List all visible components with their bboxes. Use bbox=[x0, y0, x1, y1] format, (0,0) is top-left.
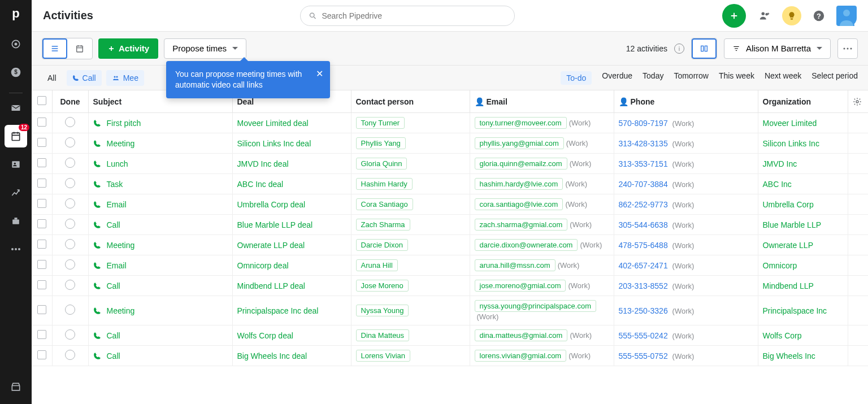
email-tag[interactable]: hashim.hardy@lvie.com bbox=[475, 178, 563, 190]
filter-chip-meeting[interactable]: Mee bbox=[106, 70, 144, 86]
phone-link[interactable]: 305-544-6638 bbox=[619, 220, 668, 229]
deal-link[interactable]: Blue Marble LLP deal bbox=[237, 220, 313, 229]
done-toggle[interactable] bbox=[65, 329, 75, 340]
subject-link[interactable]: Call bbox=[93, 281, 228, 290]
quick-add-button[interactable] bbox=[722, 4, 746, 28]
organization-link[interactable]: Ownerate LLP bbox=[763, 241, 814, 250]
done-toggle[interactable] bbox=[65, 350, 75, 360]
done-toggle[interactable] bbox=[65, 198, 75, 208]
col-email[interactable]: 👤Email bbox=[470, 90, 614, 113]
email-tag[interactable]: darcie.dixon@ownerate.com bbox=[475, 239, 578, 251]
email-tag[interactable]: cora.santiago@lvie.com bbox=[475, 198, 563, 210]
contact-tag[interactable]: Cora Santiago bbox=[356, 198, 413, 210]
organization-link[interactable]: Umbrella Corp bbox=[763, 200, 814, 209]
email-tag[interactable]: zach.sharma@gmial.com bbox=[475, 219, 568, 231]
row-checkbox[interactable] bbox=[37, 240, 46, 249]
phone-link[interactable]: 240-707-3884 bbox=[619, 180, 668, 189]
user-avatar[interactable] bbox=[836, 6, 857, 26]
tooltip-close-button[interactable]: ✕ bbox=[316, 68, 323, 80]
time-filter-thisweek[interactable]: This week bbox=[719, 71, 754, 85]
detail-panel-button[interactable] bbox=[692, 38, 717, 59]
deal-link[interactable]: Umbrella Corp deal bbox=[237, 200, 306, 209]
done-toggle[interactable] bbox=[65, 219, 75, 229]
phone-link[interactable]: 570-809-7197 bbox=[619, 119, 668, 128]
more-actions-button[interactable] bbox=[837, 38, 858, 59]
sales-assistant-icon[interactable] bbox=[782, 6, 801, 25]
col-phone[interactable]: 👤Phone bbox=[614, 90, 758, 113]
add-activity-button[interactable]: Activity bbox=[98, 38, 158, 59]
time-filter-select[interactable]: Select period bbox=[811, 71, 858, 85]
nav-insights[interactable] bbox=[5, 181, 27, 204]
contact-tag[interactable]: Zach Sharma bbox=[356, 219, 410, 231]
organization-link[interactable]: JMVD Inc bbox=[763, 159, 797, 168]
deal-link[interactable]: Ownerate LLP deal bbox=[237, 241, 305, 250]
subject-link[interactable]: Meeting bbox=[93, 139, 228, 148]
contact-tag[interactable]: Gloria Quinn bbox=[356, 158, 407, 170]
nav-contacts[interactable] bbox=[5, 153, 27, 176]
email-tag[interactable]: tony.turner@moveer.com bbox=[475, 117, 567, 129]
subject-link[interactable]: Task bbox=[93, 180, 228, 189]
row-checkbox[interactable] bbox=[37, 158, 46, 167]
phone-link[interactable]: 313-353-7151 bbox=[619, 159, 668, 168]
time-filter-nextweek[interactable]: Next week bbox=[765, 71, 801, 85]
nav-deals[interactable]: $ bbox=[5, 61, 27, 84]
phone-link[interactable]: 203-313-8552 bbox=[619, 281, 668, 290]
pipedrive-logo[interactable]: p bbox=[7, 5, 25, 23]
email-tag[interactable]: nyssa.young@principalspace.com bbox=[475, 300, 596, 312]
global-search[interactable] bbox=[300, 6, 515, 26]
subject-link[interactable]: Meeting bbox=[93, 241, 228, 250]
time-filter-todo[interactable]: To-do bbox=[561, 71, 592, 85]
table-settings-button[interactable] bbox=[848, 90, 868, 113]
time-filter-tomorrow[interactable]: Tomorrow bbox=[674, 71, 708, 85]
email-tag[interactable]: phyllis.yang@gmial.com bbox=[475, 137, 564, 149]
organization-link[interactable]: Principalspace Inc bbox=[763, 306, 827, 315]
deal-link[interactable]: Silicon Links Inc deal bbox=[237, 139, 311, 148]
email-tag[interactable]: jose.moreno@gmial.com bbox=[475, 280, 566, 292]
nav-leads[interactable] bbox=[5, 33, 27, 55]
contact-tag[interactable]: Nyssa Young bbox=[356, 305, 409, 316]
col-done[interactable]: Done bbox=[52, 90, 88, 113]
calendar-view-button[interactable] bbox=[67, 38, 92, 59]
email-tag[interactable]: dina.matteus@gmial.com bbox=[475, 329, 568, 341]
row-checkbox[interactable] bbox=[37, 260, 46, 269]
organization-link[interactable]: Mindbend LLP bbox=[763, 281, 814, 290]
row-checkbox[interactable] bbox=[37, 219, 46, 228]
deal-link[interactable]: Principalspace Inc deal bbox=[237, 306, 319, 315]
nav-more[interactable] bbox=[5, 238, 27, 260]
row-checkbox[interactable] bbox=[37, 118, 46, 127]
contact-tag[interactable]: Aruna Hill bbox=[356, 259, 398, 271]
contact-tag[interactable]: Jose Moreno bbox=[356, 280, 409, 292]
phone-link[interactable]: 313-428-3135 bbox=[619, 139, 668, 148]
contact-tag[interactable]: Tony Turner bbox=[356, 117, 405, 129]
email-tag[interactable]: gloria.quinn@emailz.com bbox=[475, 158, 567, 170]
row-checkbox[interactable] bbox=[37, 350, 46, 359]
contact-tag[interactable]: Dina Matteus bbox=[356, 329, 410, 341]
search-input[interactable] bbox=[322, 11, 506, 20]
row-checkbox[interactable] bbox=[37, 179, 46, 188]
done-toggle[interactable] bbox=[65, 280, 75, 290]
list-view-button[interactable] bbox=[42, 38, 67, 59]
row-checkbox[interactable] bbox=[37, 138, 46, 147]
invite-users-icon[interactable] bbox=[755, 6, 774, 25]
time-filter-overdue[interactable]: Overdue bbox=[602, 71, 632, 85]
nav-activities[interactable]: 12 bbox=[5, 125, 27, 147]
contact-tag[interactable]: Phyllis Yang bbox=[356, 137, 406, 149]
info-icon[interactable]: i bbox=[674, 44, 684, 54]
phone-link[interactable]: 555-555-0242 bbox=[619, 331, 668, 340]
organization-link[interactable]: Silicon Links Inc bbox=[763, 139, 819, 148]
subject-link[interactable]: Lunch bbox=[93, 159, 228, 168]
subject-link[interactable]: Call bbox=[93, 331, 228, 340]
organization-link[interactable]: Blue Marble LLP bbox=[763, 220, 822, 229]
contact-tag[interactable]: Darcie Dixon bbox=[356, 239, 408, 251]
subject-link[interactable]: Meeting bbox=[93, 306, 228, 315]
phone-link[interactable]: 862-252-9773 bbox=[619, 200, 668, 209]
phone-link[interactable]: 478-575-6488 bbox=[619, 241, 668, 250]
email-tag[interactable]: lorens.vivian@gmial.com bbox=[475, 350, 567, 362]
row-checkbox[interactable] bbox=[37, 199, 46, 208]
email-tag[interactable]: aruna.hill@mssn.com bbox=[475, 259, 555, 271]
organization-link[interactable]: Big Wheels Inc bbox=[763, 351, 815, 360]
phone-link[interactable]: 513-250-3326 bbox=[619, 306, 668, 315]
nav-products[interactable] bbox=[5, 210, 27, 232]
select-all-checkbox[interactable] bbox=[37, 96, 46, 105]
deal-link[interactable]: Mindbend LLP deal bbox=[237, 281, 305, 290]
